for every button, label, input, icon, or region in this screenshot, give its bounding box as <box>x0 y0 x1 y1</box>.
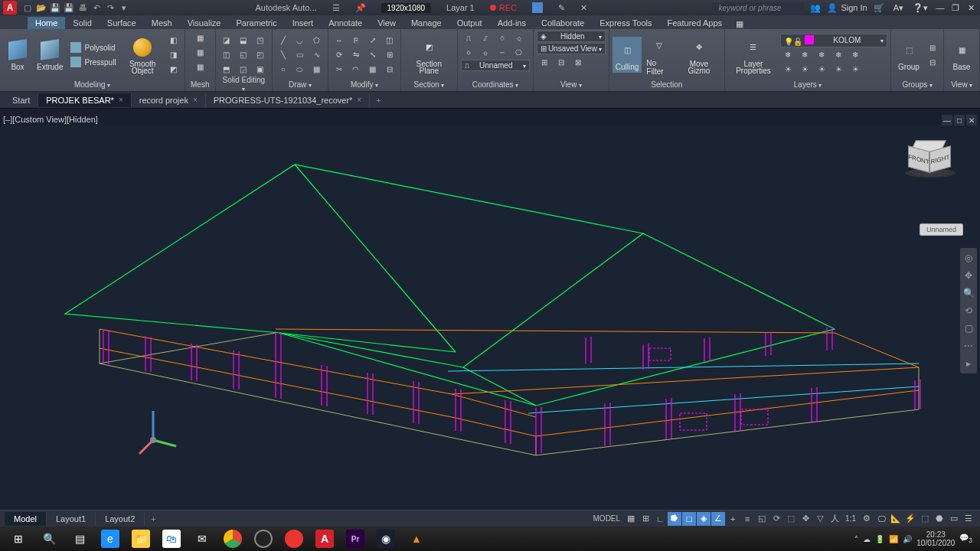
hatch-icon[interactable]: ▦ <box>309 63 325 77</box>
close-tab-icon[interactable]: × <box>357 96 361 104</box>
minimize-icon[interactable]: — <box>934 2 946 13</box>
transparency-icon[interactable]: ◱ <box>755 512 769 526</box>
ly5-icon[interactable]: ❄ <box>848 48 863 62</box>
ly10-icon[interactable]: ☀ <box>848 63 863 77</box>
layer-combo[interactable]: 💡🔓 KOLOM <box>780 34 887 47</box>
volume-icon[interactable]: 🔊 <box>903 535 912 543</box>
extrude-button[interactable]: Extrude <box>34 37 66 73</box>
panel-modify-title[interactable]: Modify <box>351 80 378 89</box>
panel-layers-title[interactable]: Layers <box>794 80 822 89</box>
close-tab-icon[interactable]: × <box>119 96 123 104</box>
osnap-toggle-icon[interactable]: □ <box>682 512 696 526</box>
nav-orbit-icon[interactable]: ⟲ <box>962 302 975 319</box>
smooth-object-button[interactable]: Smooth Object <box>121 34 165 76</box>
ucs7-icon[interactable]: ⎓ <box>495 45 510 59</box>
file-tab-start[interactable]: Start <box>5 93 38 107</box>
ly6-icon[interactable]: ☀ <box>780 63 795 77</box>
viewport[interactable]: FRONT RIGHT Unnamed ◎ ✥ 🔍 ⟲ ▢ ⋯ ▸ <box>0 126 980 525</box>
rec-edit-icon[interactable]: ✎ <box>558 3 565 13</box>
rect-icon[interactable]: ▭ <box>292 48 308 62</box>
notifications-icon[interactable]: 💬3 <box>959 533 972 544</box>
dyn-toggle-icon[interactable]: + <box>726 512 740 526</box>
panel-view-title[interactable]: View <box>560 80 582 89</box>
add-layout-button[interactable]: + <box>145 512 162 526</box>
steam-icon[interactable]: ◉ <box>371 528 401 549</box>
move-icon[interactable]: ↔ <box>332 34 347 47</box>
file-tab-record[interactable]: record projek× <box>132 93 206 107</box>
signin-button[interactable]: 👤 Sign In <box>827 3 867 13</box>
3dosnap-toggle-icon[interactable]: ◈ <box>697 512 710 526</box>
mod2-icon[interactable]: ⊞ <box>382 48 397 62</box>
tab-parametric[interactable]: Parametric <box>228 17 284 29</box>
layer-properties-button[interactable]: ☰Layer Properties <box>728 34 779 76</box>
file-tab-projek-besar[interactable]: PROJEK BESAR*× <box>38 93 131 107</box>
premiere-icon[interactable]: Pr <box>340 528 371 549</box>
ucs3-icon[interactable]: ⎏ <box>495 31 510 44</box>
tab-visualize[interactable]: Visualize <box>180 17 229 29</box>
customize-icon[interactable]: ☰ <box>962 512 975 526</box>
panel-coord-title[interactable]: Coordinates <box>472 80 518 89</box>
tab-solid[interactable]: Solid <box>65 17 99 29</box>
ucs-badge[interactable]: Unnamed <box>920 223 963 236</box>
se3-icon[interactable]: ⬒ <box>219 63 234 77</box>
grp2-icon[interactable]: ⊟ <box>925 55 940 69</box>
section-plane-button[interactable]: ◩Section Plane <box>404 34 454 76</box>
autocad-icon[interactable]: A <box>309 528 340 549</box>
move-gizmo-button[interactable]: ✥Move Gizmo <box>677 34 721 76</box>
onedrive-icon[interactable]: ☁ <box>863 535 871 543</box>
ly4-icon[interactable]: ❄ <box>831 48 846 62</box>
panel-viewr-title[interactable]: View <box>951 80 972 89</box>
3d-icon[interactable]: ⬚ <box>784 512 798 526</box>
ucs6-icon[interactable]: ⎒ <box>478 45 493 59</box>
tab-mesh[interactable]: Mesh <box>144 17 180 29</box>
vp-min-icon[interactable]: — <box>942 115 952 126</box>
redo-icon[interactable]: ↷ <box>104 2 116 14</box>
ortho-toggle-icon[interactable]: ∟ <box>653 512 667 526</box>
vs1-icon[interactable]: ⊞ <box>537 55 552 69</box>
panel-se-title[interactable]: Solid Editing <box>222 76 266 93</box>
mesh2-icon[interactable]: ▦ <box>192 45 207 59</box>
mesh-tool3-icon[interactable]: ◩ <box>166 63 181 77</box>
mail-icon[interactable]: ✉ <box>187 528 217 549</box>
se2-icon[interactable]: ◫ <box>219 48 234 62</box>
apps-icon[interactable]: ▦ <box>736 19 743 29</box>
se8-icon[interactable]: ◰ <box>253 48 268 62</box>
tab-insert[interactable]: Insert <box>285 17 322 29</box>
presspull-button[interactable]: Presspull <box>67 55 119 69</box>
tab-home[interactable]: Home <box>28 17 65 29</box>
polar-toggle-icon[interactable]: ⭓ <box>668 512 681 526</box>
new-icon[interactable]: ▢ <box>21 2 34 14</box>
nav-pan-icon[interactable]: ✥ <box>962 267 975 284</box>
grid-toggle-icon[interactable]: ▦ <box>624 512 638 526</box>
iso-icon[interactable]: ⬚ <box>918 512 932 526</box>
layout-tab-2[interactable]: Layout2 <box>96 512 145 526</box>
se9-icon[interactable]: ▣ <box>253 63 268 77</box>
anno-icon[interactable]: 人 <box>828 512 841 526</box>
pin-icon[interactable]: 📌 <box>355 3 366 13</box>
ucs8-icon[interactable]: ⎔ <box>511 45 527 59</box>
spline-icon[interactable]: ∿ <box>309 48 325 62</box>
rec-box-icon[interactable] <box>532 2 543 13</box>
tab-expresstools[interactable]: Express Tools <box>592 17 659 29</box>
mesh1-icon[interactable]: ▦ <box>192 31 207 44</box>
model-indicator[interactable]: MODEL <box>590 512 624 526</box>
obs-icon[interactable] <box>248 528 279 549</box>
mesh-tool-icon[interactable]: ◧ <box>166 34 181 47</box>
trim-icon[interactable]: ✂ <box>332 63 347 77</box>
panel-groups-title[interactable]: Groups <box>902 80 932 89</box>
drawing-canvas[interactable] <box>0 126 980 525</box>
app-logo[interactable]: A <box>3 1 17 15</box>
vp-close-icon[interactable]: ✕ <box>966 115 977 126</box>
cycling-icon[interactable]: ⟳ <box>769 512 783 526</box>
mesh-tool2-icon[interactable]: ◨ <box>166 48 181 62</box>
mesh3-icon[interactable]: ▦ <box>192 60 207 73</box>
add-file-tab-button[interactable]: + <box>370 93 387 107</box>
nav-wheel-icon[interactable]: ◎ <box>962 249 975 266</box>
grp1-icon[interactable]: ⊞ <box>925 41 940 54</box>
search-input[interactable]: keyword or phrase <box>712 2 804 14</box>
ly1-icon[interactable]: ❄ <box>780 48 795 62</box>
snap-toggle-icon[interactable]: ⊞ <box>639 512 652 526</box>
mod1-icon[interactable]: ◫ <box>382 34 397 47</box>
nav-more-icon[interactable]: ⋯ <box>962 337 975 354</box>
vp-max-icon[interactable]: □ <box>954 115 965 126</box>
